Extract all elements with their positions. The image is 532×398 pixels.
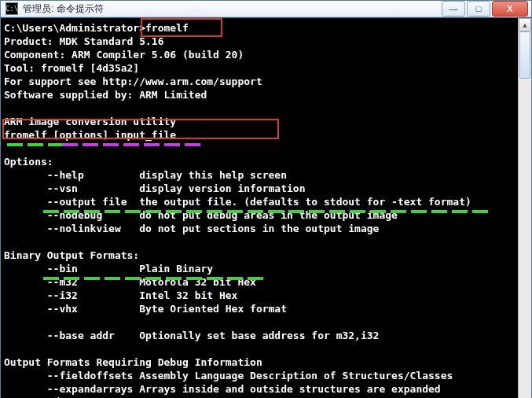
app-icon: C:\ [6,2,18,15]
titlebar[interactable]: C:\ 管理员: 命令提示符 — □ X [1,1,531,17]
console-line: For support see http://www.arm.com/suppo… [4,75,516,88]
console-line: --bin Plain Binary [4,262,516,275]
console-line: ARM image conversion utility [4,115,516,128]
close-button[interactable]: X [492,1,528,17]
console-line: C:\Users\Administrator>fromelf [4,21,516,35]
maximize-button[interactable]: □ [467,1,490,17]
console-line [4,235,516,249]
minimize-button[interactable]: — [442,1,465,17]
console-line: Product: MDK Standard 5.16 [4,35,516,48]
console-line: --i32 Intel 32 bit Hex [4,289,516,302]
app-window: C:\ 管理员: 命令提示符 — □ X C:\Users\Administra… [0,0,532,398]
vertical-scrollbar[interactable]: ▲ ▼ [518,18,531,398]
console-line: Component: ARM Compiler 5.06 (build 20) [4,48,516,61]
window-controls: — □ X [442,1,528,17]
console-line: --fieldoffsets Assembly Language Descrip… [4,369,516,382]
console-line [4,101,516,115]
console-output[interactable]: C:\Users\Administrator>fromelfProduct: M… [1,18,518,398]
console-line: --expandarrays Arrays inside and outside… [4,382,516,396]
scroll-track[interactable] [519,31,531,398]
console-line: --base addr Optionally set base address … [4,329,516,342]
app-icon-label: C:\ [6,5,18,13]
console-line: --m32 Motorola 32 bit Hex [4,275,516,289]
console-line: --help display this help screen [4,168,516,182]
console-line [4,315,516,329]
console-line: fromelf [options] input_file [4,128,516,142]
console-line: --output file the output file. (defaults… [4,195,516,208]
scroll-up-button[interactable]: ▲ [519,18,531,31]
window-title: 管理员: 命令提示符 [23,2,442,16]
console-line [4,142,516,155]
console-line: --vhx Byte Oriented Hex format [4,302,516,315]
console-line [4,342,516,356]
console-line: --vsn display version information [4,182,516,195]
console-line: Binary Output Formats: [4,249,516,262]
console-line: Options: [4,155,516,168]
console-line: --nolinkview do not put sections in the … [4,222,516,235]
console-line: Output Formats Requiring Debug Informati… [4,356,516,369]
console-line: Tool: fromelf [4d35a2] [4,61,516,75]
console-line: Software supplied by: ARM Limited [4,88,516,101]
console-line: --nodebug do not put debug areas in the … [4,208,516,222]
client-area: C:\Users\Administrator>fromelfProduct: M… [1,17,531,398]
scroll-thumb[interactable] [519,31,530,79]
